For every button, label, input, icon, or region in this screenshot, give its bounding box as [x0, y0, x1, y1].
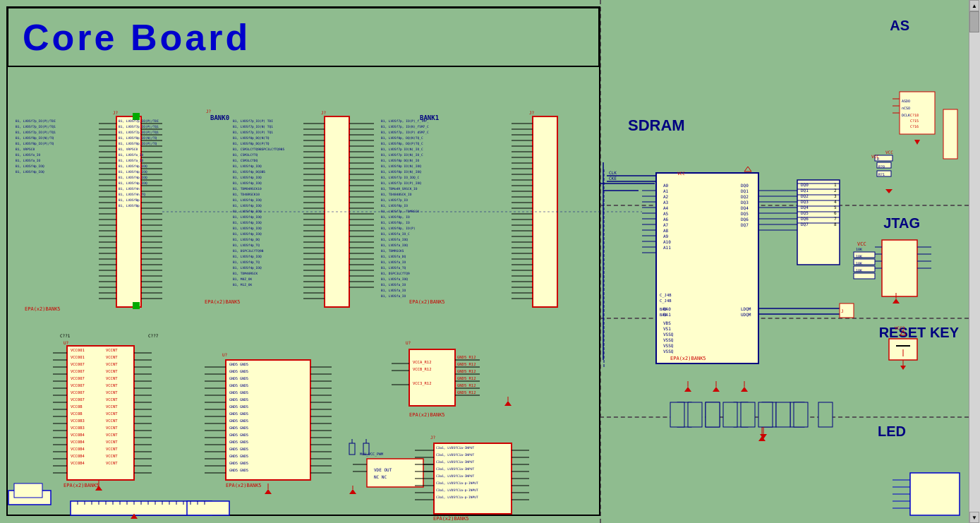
svg-text:B1, LVD5f0p, IO: B1, LVD5f0p, IO [381, 215, 410, 219]
svg-text:C3a1, LVD5fC1a-INPUT: C3a1, LVD5fC1a-INPUT [436, 467, 474, 471]
svg-rect-483 [226, 360, 310, 480]
svg-text:B1, LVD5fBp: B1, LVD5fBp [119, 198, 140, 202]
svg-text:VDE    OUT: VDE OUT [374, 467, 392, 472]
svg-text:nCSO: nCSO [902, 106, 910, 110]
svg-text:BA0: BA0 [660, 307, 667, 311]
svg-text:DCLK: DCLK [902, 113, 910, 117]
svg-text:VCC: VCC [677, 171, 685, 176]
svg-marker-633 [885, 189, 893, 193]
svg-text:C_J4B: C_J4B [660, 293, 672, 298]
svg-text:GND5  GND5: GND5 GND5 [229, 390, 248, 395]
svg-text:VSSQ: VSSQ [663, 349, 674, 354]
main-divider [600, 0, 601, 523]
svg-marker-100 [758, 436, 766, 441]
svg-text:GND5  GND5: GND5 GND5 [229, 461, 248, 465]
svg-marker-534 [265, 489, 272, 494]
svg-text:GND5  GND5: GND5 GND5 [229, 397, 248, 402]
svg-text:B1, LVD5f4p_IOQ: B1, LVD5f4p_IOQ [233, 232, 262, 236]
svg-text:VCC007: VCC007 [71, 362, 85, 366]
svg-rect-102 [882, 240, 917, 296]
svg-text:BA1: BA1 [660, 313, 667, 317]
svg-text:2: 2 [834, 188, 837, 193]
svg-text:B1, LVD5f4p_IOQ: B1, LVD5f4p_IOQ [233, 204, 262, 208]
svg-text:VCCNT: VCCNT [106, 355, 118, 359]
svg-text:B1, LVD5f0p_DQ(N)TQ: B1, LVD5f0p_DQ(N)TQ [233, 136, 270, 140]
svg-text:J: J [841, 308, 844, 313]
svg-text:B1, LVD5fa_IO: B1, LVD5fa_IO [381, 294, 406, 299]
reset-key-label: RESET KEY [879, 325, 959, 341]
svg-text:VCCNT: VCCNT [106, 383, 118, 387]
svg-text:B1, LVD5f7p_IO(P)/TQ1: B1, LVD5f7p_IO(P)/TQ1 [16, 125, 56, 129]
svg-text:A10: A10 [663, 239, 671, 244]
svg-text:B1, LVD5f4n: B1, LVD5f4n [119, 187, 140, 191]
scrollbar-thumb[interactable] [969, 11, 979, 32]
svg-marker-479 [95, 486, 102, 491]
svg-text:VCCA_R12: VCCA_R12 [413, 360, 432, 365]
as-label: AS [890, 18, 909, 34]
svg-text:B1, LVD5f4p_DQ: B1, LVD5f4p_DQ [233, 238, 260, 242]
hdivider-led [600, 416, 969, 418]
svg-text:B1, C5M3LCfTQ: B1, C5M3LCfTQ [233, 153, 258, 157]
svg-text:GND5  GND5: GND5 GND5 [229, 426, 248, 430]
svg-rect-22 [656, 173, 758, 363]
svg-text:A9: A9 [663, 234, 669, 239]
svg-text:B1, LVD5fa_TQ: B1, LVD5fa_TQ [381, 266, 406, 270]
scrollbar-track[interactable]: ▲ ▼ [969, 0, 980, 523]
svg-rect-211 [133, 113, 140, 120]
svg-text:B1, LVD5f4p_IOQ: B1, LVD5f4p_IOQ [119, 164, 147, 169]
svg-text:VCCNT: VCCNT [106, 404, 118, 409]
svg-text:EPA(x2)BANK5: EPA(x2)BANK5 [433, 516, 469, 522]
scrollbar-arrow-down[interactable]: ▼ [969, 512, 979, 523]
svg-text:B1, LVD5f7p IO_IOQ_C: B1, LVD5f7p IO_IOQ_C [381, 176, 419, 180]
svg-text:7: 7 [834, 216, 837, 221]
svg-marker-571 [349, 489, 356, 494]
svg-text:R?0: R?0 [878, 164, 885, 169]
svg-text:DQ4: DQ4 [741, 205, 749, 210]
svg-text:VCC007: VCC007 [71, 397, 85, 402]
svg-text:GND5  GND5: GND5 GND5 [229, 433, 248, 437]
svg-text:A7: A7 [663, 222, 669, 227]
svg-rect-86 [840, 303, 854, 318]
svg-text:BANK0: BANK0 [210, 114, 229, 121]
svg-text:B1, LVD5f7p_IO(N) TQ1: B1, LVD5f7p_IO(N) TQ1 [233, 125, 273, 129]
svg-text:GND5  GND5: GND5 GND5 [229, 454, 248, 458]
svg-marker-557 [504, 401, 512, 406]
svg-text:B1, LVD5f0p_IO(N)/TQ: B1, LVD5f0p_IO(N)/TQ [119, 136, 157, 140]
svg-text:A5: A5 [663, 211, 669, 216]
svg-text:GND5_R12: GND5_R12 [457, 390, 476, 395]
svg-text:B1, DSPC3LCfTQ9: B1, DSPC3LCfTQ9 [381, 272, 410, 275]
svg-text:DQ6: DQ6 [741, 217, 749, 222]
svg-text:J?: J? [113, 110, 119, 115]
svg-text:B1, LVD5f7p_IO(P)/TDI: B1, LVD5f7p_IO(P)/TDI [119, 119, 159, 124]
svg-text:4: 4 [834, 199, 837, 204]
svg-text:DQ6: DQ6 [801, 216, 809, 221]
svg-text:VCCNT: VCCNT [106, 440, 118, 444]
scrollbar-arrow-up[interactable]: ▲ [969, 0, 979, 11]
svg-text:VCCNT: VCCNT [106, 376, 118, 380]
svg-text:B1, LVD5f0p_DQ(P)TQ: B1, LVD5f0p_DQ(P)TQ [233, 142, 270, 146]
svg-rect-146 [116, 116, 141, 307]
svg-text:DQ1: DQ1 [741, 188, 749, 193]
led-label: LED [878, 423, 906, 440]
svg-text:B1, LVD5f0p_IO(N)/TQ: B1, LVD5f0p_IO(N)/TQ [16, 136, 54, 140]
svg-rect-143 [875, 155, 893, 161]
svg-rect-95 [706, 402, 720, 427]
svg-text:B1, LVD5f0p_IO(P)/TQ: B1, LVD5f0p_IO(P)/TQ [119, 142, 157, 146]
svg-text:B1, LVD5f4p_IOQ: B1, LVD5f4p_IOQ [233, 215, 262, 220]
svg-text:J?: J? [206, 109, 212, 114]
svg-text:B1, LVD5f0p, DQ(P)TQ_C: B1, LVD5f0p, DQ(P)TQ_C [381, 142, 423, 146]
svg-text:VCC: VCC [857, 241, 866, 247]
svg-text:VCC0B4: VCC0B4 [71, 461, 85, 465]
svg-text:VCC0B3: VCC0B3 [71, 426, 85, 430]
svg-text:B1, LVD5f4p_IOQ: B1, LVD5f4p_IOQ [233, 176, 262, 180]
svg-text:VCCNT: VCCNT [106, 419, 118, 423]
sdram-label: SDRAM [628, 116, 685, 135]
svg-text:B1, LVD5fo_IO: B1, LVD5fo_IO [16, 153, 41, 157]
board-title: Core Board [23, 16, 250, 59]
svg-text:VCC001: VCC001 [71, 348, 85, 352]
svg-rect-97 [762, 402, 776, 427]
svg-text:B1, LVD5fa_IO: B1, LVD5fa_IO [381, 283, 406, 287]
svg-text:B1, LVD5f7p_IO(P) TQ1: B1, LVD5f7p_IO(P) TQ1 [233, 131, 273, 135]
svg-text:B1, LVD5fa_IO_C: B1, LVD5fa_IO_C [381, 232, 410, 236]
svg-marker-90 [713, 387, 720, 392]
